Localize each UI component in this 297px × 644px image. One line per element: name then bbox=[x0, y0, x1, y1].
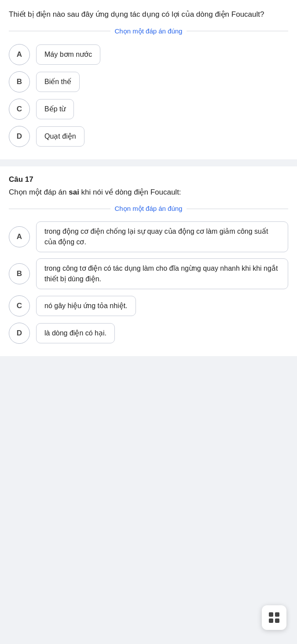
grid-dot-4 bbox=[275, 618, 279, 623]
option-16-d-box[interactable]: Quạt điện bbox=[36, 126, 84, 147]
option-17-b-circle[interactable]: B bbox=[9, 263, 30, 284]
option-16-c-row[interactable]: C Bếp từ bbox=[9, 99, 288, 120]
option-17-d-box[interactable]: là dòng điện có hại. bbox=[36, 323, 115, 343]
option-17-c-circle[interactable]: C bbox=[9, 295, 30, 316]
option-16-d-circle[interactable]: D bbox=[9, 126, 30, 147]
option-16-c-box[interactable]: Bếp từ bbox=[36, 99, 74, 119]
separator bbox=[0, 163, 297, 166]
question-17-prefix: Câu 17 bbox=[9, 175, 288, 184]
option-16-b-circle[interactable]: B bbox=[9, 71, 30, 92]
option-17-b-box[interactable]: trong công tơ điện có tác dụng làm cho đ… bbox=[36, 258, 288, 289]
question-17-options: A trong động cơ điện chống lại sự quay c… bbox=[9, 221, 288, 344]
fab-button[interactable] bbox=[262, 605, 286, 630]
question-17-card: Câu 17 Chọn một đáp án sai khi nói về dò… bbox=[0, 166, 297, 357]
question-16-instruction: Chọn một đáp án đúng bbox=[9, 27, 288, 35]
option-17-d-row[interactable]: D là dòng điện có hại. bbox=[9, 323, 288, 344]
option-16-a-box[interactable]: Máy bơm nước bbox=[36, 44, 100, 65]
option-17-c-row[interactable]: C nó gây hiệu ứng tỏa nhiệt. bbox=[9, 295, 288, 316]
option-17-d-circle[interactable]: D bbox=[9, 323, 30, 344]
option-17-b-row[interactable]: B trong công tơ điện có tác dụng làm cho… bbox=[9, 258, 288, 289]
grid-icon bbox=[269, 612, 279, 623]
option-16-d-row[interactable]: D Quạt điện bbox=[9, 126, 288, 147]
question-16-options: A Máy bơm nước B Biến thế C Bếp từ D Quạ… bbox=[9, 44, 288, 147]
option-17-a-box[interactable]: trong động cơ điện chống lại sự quay của… bbox=[36, 221, 288, 252]
option-16-b-box[interactable]: Biến thế bbox=[36, 72, 80, 92]
question-17-text: Chọn một đáp án sai khi nói về dòng điện… bbox=[9, 187, 288, 198]
option-17-a-circle[interactable]: A bbox=[9, 226, 30, 247]
option-16-a-row[interactable]: A Máy bơm nước bbox=[9, 44, 288, 65]
option-17-c-box[interactable]: nó gây hiệu ứng tỏa nhiệt. bbox=[36, 296, 136, 316]
option-16-b-row[interactable]: B Biến thế bbox=[9, 71, 288, 92]
grid-dot-1 bbox=[269, 612, 273, 617]
grid-dot-3 bbox=[269, 618, 273, 623]
option-17-a-row[interactable]: A trong động cơ điện chống lại sự quay c… bbox=[9, 221, 288, 252]
option-16-c-circle[interactable]: C bbox=[9, 99, 30, 120]
question-16-text: Thiết bị điện nào sau đây ứng dụng tác d… bbox=[9, 9, 288, 20]
option-16-a-circle[interactable]: A bbox=[9, 44, 30, 65]
question-16-card: Thiết bị điện nào sau đây ứng dụng tác d… bbox=[0, 0, 297, 159]
grid-dot-2 bbox=[275, 612, 279, 617]
question-17-instruction: Chọn một đáp án đúng bbox=[9, 205, 288, 213]
